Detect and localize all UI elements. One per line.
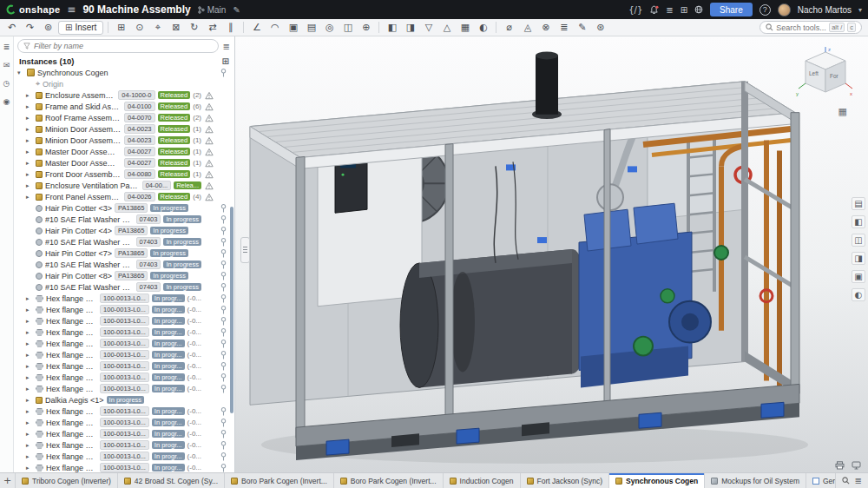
replicate-icon[interactable]: ⊕	[358, 21, 374, 35]
tree-item[interactable]: ▸Hex flange bolt small M8x1.25 x 2...100…	[14, 462, 234, 472]
expand-caret-icon[interactable]: ▾	[17, 69, 24, 76]
tree-item-root[interactable]: ▾ Synchronous Cogen	[14, 67, 234, 78]
mirror-icon[interactable]: ◫	[339, 21, 356, 35]
apps-icon[interactable]: ⊞	[681, 5, 687, 15]
expand-caret-icon[interactable]: ▸	[26, 160, 33, 167]
isolate-icon[interactable]: ◫	[852, 234, 865, 247]
document-menu-icon[interactable]: ≡	[67, 3, 76, 16]
model-3d-machine[interactable]	[235, 36, 868, 472]
tree-item[interactable]: ▸Hex flange bolt small M8x1.25 x 2...100…	[14, 406, 234, 417]
expand-caret-icon[interactable]: ▸	[26, 126, 33, 133]
expand-caret-icon[interactable]: ▸	[26, 386, 33, 392]
tab-list-icon[interactable]: ≣	[855, 476, 862, 485]
tree-item[interactable]: ▸Hex flange bolt small M8x1.25 x 2...100…	[14, 315, 234, 326]
tree-item[interactable]: ▸Roof Frame Assembly <1>04-0070Released(…	[14, 112, 234, 123]
expand-caret-icon[interactable]: ▸	[26, 307, 33, 313]
snapshot-icon[interactable]: △	[438, 21, 455, 35]
tree-item[interactable]: ▸Hex flange bolt small M8x1.25 x 2...100…	[14, 338, 234, 349]
exploded-view-icon[interactable]: ◨	[852, 252, 865, 265]
tree-item[interactable]: ▸Hex flange bolt small M8x1.25 x 2...100…	[14, 428, 234, 439]
expand-caret-icon[interactable]: ▸	[26, 352, 33, 359]
document-info-icon[interactable]: ≣	[666, 5, 673, 15]
edit-icon[interactable]: ✎	[574, 21, 590, 35]
tree-item[interactable]: #10 SAE Flat Washer <3>07403In progress	[14, 214, 234, 225]
appearance-icon[interactable]: ◐	[852, 288, 865, 301]
user-menu-caret-icon[interactable]: ▾	[858, 6, 862, 14]
tree-item[interactable]: ▸Hex flange bolt small M8x1.25 x 2...100…	[14, 417, 234, 428]
tree-item[interactable]: ▸Enclosure Assembly <1>04-1000-0Released…	[14, 89, 234, 101]
tab-search-icon[interactable]	[842, 477, 850, 485]
tree-item[interactable]: ▸Hex flange bolt small M8x1.25 x 2...100…	[14, 439, 234, 451]
expand-caret-icon[interactable]: ▸	[26, 194, 33, 201]
language-globe-icon[interactable]	[694, 5, 703, 14]
fastened-mate-icon[interactable]: ⊠	[168, 21, 184, 35]
tree-item[interactable]: ▸Hex flange bolt small M8x1.25 x 2...100…	[14, 304, 234, 315]
comments-icon[interactable]: ✉	[1, 59, 13, 70]
cube-face-left[interactable]: Left	[809, 70, 819, 76]
expand-caret-icon[interactable]: ▸	[26, 408, 33, 415]
parallel-mate-icon[interactable]: ∥	[222, 21, 239, 35]
user-avatar[interactable]	[778, 3, 791, 16]
document-tab[interactable]: Mockups for Oil System	[705, 473, 806, 488]
bom-icon[interactable]: ≣	[556, 21, 572, 35]
appearance-icon[interactable]: ◐	[475, 21, 491, 35]
tree-item[interactable]: Hair Pin Cotter <4>PA13865In progress	[14, 225, 234, 236]
tree-item[interactable]: ▸Frame and Skid Assembly <1>04-0100Relea…	[14, 101, 234, 112]
expand-caret-icon[interactable]: ▸	[26, 340, 33, 347]
angle-mate-icon[interactable]: ∠	[248, 21, 265, 35]
expand-caret-icon[interactable]: ▸	[26, 295, 33, 302]
document-tab[interactable]: Synchronous Cogen	[609, 473, 705, 488]
expand-caret-icon[interactable]: ▸	[26, 182, 33, 189]
mate-icon[interactable]: ⊙	[131, 21, 148, 35]
share-button[interactable]: Share	[710, 3, 753, 16]
interference-icon[interactable]: ⊗	[537, 21, 554, 35]
expand-caret-icon[interactable]: ▸	[26, 329, 33, 336]
versions-icon[interactable]: ◷	[1, 77, 13, 89]
expand-caret-icon[interactable]: ▸	[26, 171, 33, 178]
tree-item[interactable]: Hair Pin Cotter <3>PA13865In progress	[14, 202, 234, 214]
rename-icon[interactable]: ✎	[233, 5, 240, 15]
mate-connector-icon[interactable]: ⌖	[149, 21, 166, 35]
expand-caret-icon[interactable]: ▸	[26, 453, 33, 460]
document-tab[interactable]: Generic Sync Drawings	[806, 473, 835, 488]
expand-caret-icon[interactable]: ▸	[26, 397, 33, 404]
named-views-icon[interactable]: ▽	[420, 21, 437, 35]
tree-item[interactable]: Hair Pin Cotter <7>PA13865In progress	[14, 247, 234, 259]
expand-caret-icon[interactable]: ▸	[26, 318, 33, 325]
tree-item[interactable]: Hair Pin Cotter <8>PA13865In progress	[14, 270, 234, 281]
tree-item[interactable]: ▸Hex flange bolt small M8x1.25 x 2...100…	[14, 451, 234, 462]
tree-item[interactable]: ▸Enclosure Ventilation Panel Ass...04-00…	[14, 180, 234, 191]
tree-item[interactable]: ▸Front Panel Assembly <1>04-0026Released…	[14, 191, 234, 202]
group-icon[interactable]: ▣	[285, 21, 301, 35]
notifications-icon[interactable]	[649, 5, 659, 15]
mass-properties-icon[interactable]: ◬	[519, 21, 536, 35]
tree-item[interactable]: ▸Minion Door Assembly <1>04-0023Released…	[14, 123, 234, 135]
tree-item[interactable]: ▸Hex flange bolt small M8x1.25 x 2...100…	[14, 349, 234, 360]
document-tab[interactable]: 42 Broad St. Cogen (Sy...	[118, 473, 225, 488]
filter-input[interactable]	[34, 42, 213, 50]
tool-search-input[interactable]	[776, 23, 826, 32]
section-view-icon[interactable]: ◧	[852, 215, 865, 228]
settings-icon[interactable]: ⊛	[592, 21, 608, 35]
list-options-icon[interactable]: ≣	[223, 42, 230, 51]
expand-caret-icon[interactable]: ▸	[26, 137, 33, 144]
tree-item[interactable]: ▸Hex flange bolt small M8x1.25 x 2...100…	[14, 360, 234, 372]
tree-item[interactable]: ▸Minion Door Assembly <2>04-0023Released…	[14, 135, 234, 146]
insert-part-icon[interactable]: ⊞	[113, 21, 129, 35]
redo-icon[interactable]: ↷	[22, 21, 38, 35]
tree-item-origin[interactable]: ⌖ Origin	[14, 78, 234, 89]
circular-pattern-icon[interactable]: ◎	[321, 21, 338, 35]
exploded-view-icon[interactable]: ◨	[402, 21, 418, 35]
mate-connector-tool-icon[interactable]: ⊚	[40, 21, 56, 35]
document-tab[interactable]: Induction Cogen	[444, 473, 521, 488]
viewport-3d[interactable]: Left For z y x ▦ ▤◧◫◨▣◐	[235, 36, 868, 472]
cube-face-front[interactable]: For	[830, 73, 839, 79]
insert-button[interactable]: ⊞Insert	[58, 21, 103, 35]
panel-scrollbar[interactable]	[230, 207, 233, 413]
model-tree-icon[interactable]: ≣	[1, 41, 13, 52]
panel-expand-icon[interactable]: ⊞	[222, 56, 229, 66]
onshape-logo[interactable]: onshape	[6, 4, 60, 15]
featurescript-icon[interactable]: {/}	[628, 5, 642, 15]
projection-icon[interactable]: ▦	[838, 106, 847, 117]
tangent-mate-icon[interactable]: ◠	[266, 21, 283, 35]
